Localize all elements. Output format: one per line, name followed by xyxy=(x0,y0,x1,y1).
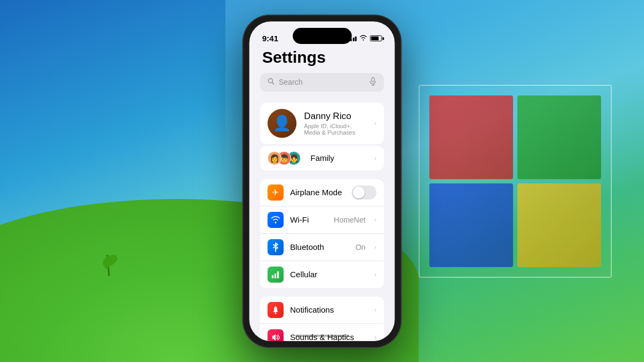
notifications-icon xyxy=(268,302,284,318)
svg-rect-12 xyxy=(273,336,274,339)
phone-wrapper: 9:41 xyxy=(243,15,401,348)
profile-name: Danny Rico xyxy=(304,111,367,122)
settings-row-wifi[interactable]: Wi-Fi HomeNet › xyxy=(260,206,384,234)
svg-rect-2 xyxy=(372,77,375,82)
family-chevron: › xyxy=(374,154,376,162)
family-label: Family xyxy=(311,153,369,162)
svg-point-10 xyxy=(275,312,276,314)
settings-content: Settings Search xyxy=(250,48,395,341)
svg-rect-6 xyxy=(272,275,274,278)
svg-rect-7 xyxy=(275,274,276,278)
svg-rect-8 xyxy=(277,271,279,278)
notifications-label: Notifications xyxy=(290,305,368,314)
svg-line-1 xyxy=(272,83,274,85)
bluetooth-value: On xyxy=(355,243,365,252)
wifi-chevron: › xyxy=(374,216,376,224)
settings-title: Settings xyxy=(260,48,384,67)
phone-screen: 9:41 xyxy=(250,21,395,341)
status-time: 9:41 xyxy=(262,34,279,43)
bluetooth-chevron: › xyxy=(374,243,376,251)
search-bar[interactable]: Search xyxy=(260,73,384,92)
family-avatar-1: 👩 xyxy=(268,151,282,165)
windows-logo-grid xyxy=(429,95,601,267)
settings-group-connectivity: ✈ Airplane Mode xyxy=(260,179,384,288)
airplane-mode-label: Airplane Mode xyxy=(290,188,346,197)
windows-pane-green xyxy=(517,95,601,179)
search-icon xyxy=(268,78,275,86)
airplane-mode-icon: ✈ xyxy=(268,184,284,201)
avatar: 👤 xyxy=(268,109,297,138)
settings-row-bluetooth[interactable]: Bluetooth On › xyxy=(260,234,384,261)
svg-marker-11 xyxy=(274,334,276,341)
wifi-value: HomeNet xyxy=(334,216,365,224)
phone-frame: 9:41 xyxy=(243,15,401,348)
bluetooth-icon xyxy=(268,239,284,255)
battery-fill xyxy=(371,36,379,40)
family-avatars: 👩 👦 👧 xyxy=(268,151,297,165)
battery-icon xyxy=(370,35,382,41)
sounds-chevron: › xyxy=(374,333,376,341)
toggle-knob xyxy=(353,187,365,198)
windows-logo xyxy=(429,95,601,267)
settings-row-sounds[interactable]: Sounds & Haptics › xyxy=(260,324,384,341)
settings-row-cellular[interactable]: Cellular › xyxy=(260,261,384,288)
sounds-icon xyxy=(268,329,284,341)
settings-row-notifications[interactable]: Notifications › xyxy=(260,297,384,324)
cellular-label: Cellular xyxy=(290,270,368,279)
airplane-mode-toggle[interactable] xyxy=(352,186,377,200)
profile-subtitle: Apple ID, iCloud+, Media & Purchases xyxy=(304,123,367,136)
sounds-label: Sounds & Haptics xyxy=(290,333,368,341)
bluetooth-label: Bluetooth xyxy=(290,242,349,252)
mic-icon xyxy=(370,77,377,87)
dynamic-island xyxy=(292,28,352,44)
cellular-chevron: › xyxy=(374,270,376,278)
cellular-icon xyxy=(268,267,284,283)
plant-decoration xyxy=(102,233,134,276)
wifi-icon xyxy=(268,212,284,228)
windows-pane-yellow xyxy=(517,183,601,267)
family-row[interactable]: 👩 👦 👧 Family › xyxy=(260,146,384,171)
profile-row[interactable]: 👤 Danny Rico Apple ID, iCloud+, Media & … xyxy=(260,102,384,144)
search-placeholder: Search xyxy=(279,78,365,86)
home-indicator xyxy=(295,335,349,337)
notifications-chevron: › xyxy=(374,306,376,314)
wifi-status-icon xyxy=(360,35,368,42)
windows-pane-blue xyxy=(429,183,513,267)
svg-rect-9 xyxy=(274,311,278,312)
profile-chevron: › xyxy=(374,119,376,127)
settings-row-airplane-mode[interactable]: ✈ Airplane Mode xyxy=(260,179,384,206)
status-icons xyxy=(348,35,382,42)
wifi-label: Wi-Fi xyxy=(290,215,328,224)
profile-info: Danny Rico Apple ID, iCloud+, Media & Pu… xyxy=(304,111,367,136)
windows-pane-red xyxy=(429,95,513,179)
